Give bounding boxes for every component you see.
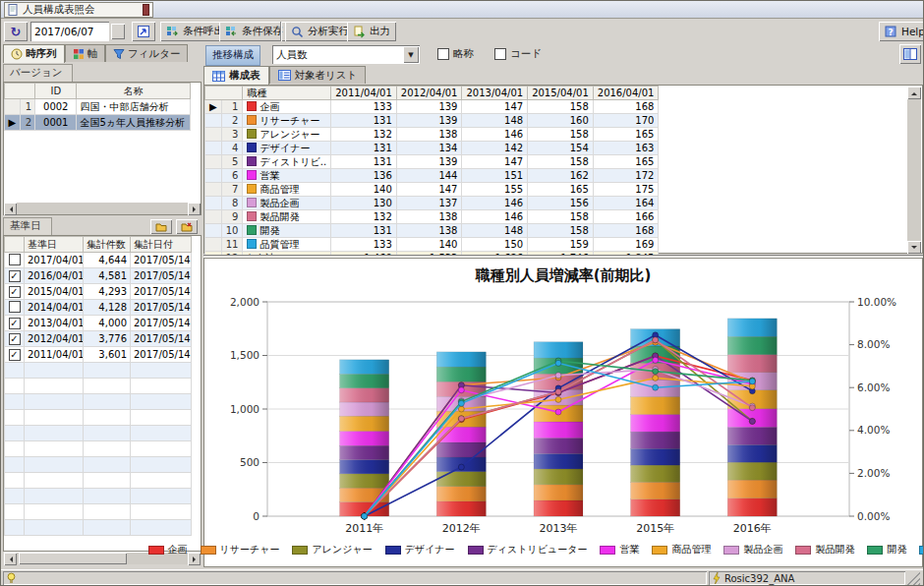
- abbreviation-checkbox[interactable]: 略称: [437, 47, 474, 61]
- data-point[interactable]: [555, 409, 561, 415]
- row-number: 2: [221, 114, 243, 128]
- baseline-count-cell: 3,776: [84, 331, 131, 347]
- baseline-row[interactable]: ✓2013/04/014,0002017/05/14 15:35:1: [5, 316, 192, 331]
- delete-folder-button[interactable]: [176, 219, 198, 234]
- document-tab-strip: 人員構成表照会: [1, 1, 924, 19]
- scroll-down-button[interactable]: [907, 241, 921, 254]
- right-tab-2[interactable]: 対象者リスト: [269, 66, 367, 84]
- version-row[interactable]: 10002四国・中部店舗分析: [5, 99, 191, 115]
- row-number: 9: [221, 210, 243, 224]
- scroll-left-button[interactable]: [4, 553, 17, 565]
- comp-row[interactable]: 11品質管理133140150159169: [205, 238, 659, 252]
- scroll-up-button[interactable]: [907, 87, 921, 99]
- scroll-right-button[interactable]: [188, 553, 201, 565]
- comp-row[interactable]: 5ディストリビ..131139147158165: [205, 155, 659, 169]
- data-point[interactable]: [749, 379, 755, 384]
- row-number: 3: [221, 128, 243, 142]
- comp-row[interactable]: 8製品企画130137146156164: [205, 197, 659, 210]
- left-tab-1[interactable]: 時序列: [3, 44, 65, 63]
- legend-label: アレンジャー: [312, 543, 372, 557]
- comp-row[interactable]: 6営業136144151162172: [205, 169, 659, 183]
- refresh-button[interactable]: ↻: [4, 22, 28, 41]
- baseline-row[interactable]: ✓2016/04/014,5812017/05/14 15:35:1: [5, 268, 192, 284]
- comp-row[interactable]: 4デザイナー131134142154163: [205, 142, 659, 155]
- data-point[interactable]: [653, 375, 659, 381]
- data-point[interactable]: [458, 387, 464, 393]
- data-point[interactable]: [458, 400, 464, 406]
- baseline-row[interactable]: ✓2015/04/014,2932017/05/14 15:35:1: [5, 284, 192, 300]
- data-point[interactable]: [749, 418, 755, 424]
- data-point[interactable]: [653, 384, 659, 390]
- right-tab-1[interactable]: 構成表: [203, 66, 269, 85]
- data-point[interactable]: [458, 416, 464, 422]
- baseline-updated-cell: 2017/05/14 15:35:1: [131, 331, 192, 347]
- transition-dropdown[interactable]: 人員数 ▼: [272, 45, 420, 64]
- baseline-row[interactable]: ✓2011/04/013,6012017/05/14 15:35:1: [5, 347, 192, 363]
- run-analysis-button[interactable]: 分析実行: [285, 22, 355, 41]
- data-point[interactable]: [653, 337, 659, 343]
- baseline-empty-row: [5, 394, 192, 410]
- checkbox-box[interactable]: [9, 254, 21, 265]
- open-folder-button[interactable]: [150, 219, 172, 234]
- checkbox-box[interactable]: [9, 301, 21, 313]
- left-tab-label: フィルター: [128, 47, 180, 61]
- chevron-down-icon[interactable]: ▼: [403, 46, 419, 63]
- data-point[interactable]: [749, 405, 755, 411]
- data-point[interactable]: [653, 357, 659, 363]
- baseline-row[interactable]: ✓2012/04/013,7762017/05/14 15:35:1: [5, 331, 192, 347]
- help-button[interactable]: ? Help: [879, 22, 924, 41]
- data-point[interactable]: [362, 513, 368, 519]
- split-view-button[interactable]: [899, 44, 921, 64]
- document-tab[interactable]: 人員構成表照会: [4, 2, 153, 18]
- date-picker-button[interactable]: [111, 24, 125, 39]
- left-tab-2[interactable]: 軸: [65, 44, 106, 62]
- version-grid-hscrollbar[interactable]: [4, 202, 201, 214]
- checkbox-box[interactable]: ✓: [9, 349, 21, 361]
- comp-name-cell: 製品企画: [243, 197, 331, 210]
- checkbox-box[interactable]: ✓: [9, 333, 21, 345]
- comp-row[interactable]: 3アレンジャー132138146158165: [205, 128, 659, 142]
- legend-item: ディストリビューター: [468, 543, 588, 557]
- checkbox-box[interactable]: ✓: [9, 270, 21, 282]
- data-point[interactable]: [555, 360, 561, 366]
- tab-close-button[interactable]: [143, 4, 149, 16]
- checkbox-box[interactable]: ✓: [9, 286, 21, 298]
- data-point[interactable]: [555, 373, 561, 379]
- comp-value-cell: 168: [593, 224, 659, 238]
- data-point[interactable]: [653, 369, 659, 375]
- save-conditions-button[interactable]: 条件保存: [219, 22, 289, 41]
- checkbox-box[interactable]: [494, 48, 506, 60]
- comp-value-cell: 159: [528, 238, 594, 252]
- baseline-row[interactable]: 2014/04/014,1282017/05/14 15:35:1: [5, 300, 192, 316]
- data-point[interactable]: [555, 389, 561, 395]
- legend-label: 企画: [168, 543, 188, 557]
- checkbox-box[interactable]: [437, 48, 449, 60]
- data-point[interactable]: [458, 464, 464, 470]
- date-input[interactable]: [30, 22, 109, 41]
- comp-row[interactable]: 2リサーチャー131139148160170: [205, 114, 659, 128]
- comp-name-cell: アレンジャー: [243, 128, 331, 142]
- comp-name-cell: 商品管理: [243, 183, 331, 197]
- comp-row[interactable]: 9製品開発132138146158166: [205, 210, 659, 224]
- table-vscrollbar[interactable]: [907, 87, 921, 254]
- expand-button[interactable]: [132, 22, 155, 41]
- row-number: 1: [20, 99, 35, 115]
- comp-row[interactable]: 10開発131138148158168: [205, 224, 659, 238]
- scroll-left-button[interactable]: [4, 203, 17, 215]
- row-number: 11: [221, 238, 243, 252]
- output-button[interactable]: 出力: [347, 22, 396, 41]
- left-tab-bar: 時序列軸フィルター: [3, 44, 188, 63]
- scroll-right-button[interactable]: [188, 203, 201, 215]
- left-tab-3[interactable]: フィルター: [105, 44, 188, 62]
- code-label: コード: [510, 47, 542, 61]
- checkbox-box[interactable]: ✓: [9, 318, 21, 329]
- baseline-empty-row: [5, 473, 192, 489]
- baseline-row[interactable]: 2017/04/014,6442017/05/14 15:35:1: [5, 253, 192, 268]
- comp-row[interactable]: ▶1企画133139147158168: [205, 100, 659, 114]
- code-checkbox[interactable]: コード: [494, 47, 542, 61]
- comp-row[interactable]: 7商品管理140147155165175: [205, 183, 659, 197]
- data-point[interactable]: [555, 396, 561, 402]
- version-row[interactable]: ▶20001全国5ヵ年人員推移分析: [5, 115, 191, 131]
- resize-grip[interactable]: [907, 572, 920, 585]
- row-selector: [205, 183, 222, 197]
